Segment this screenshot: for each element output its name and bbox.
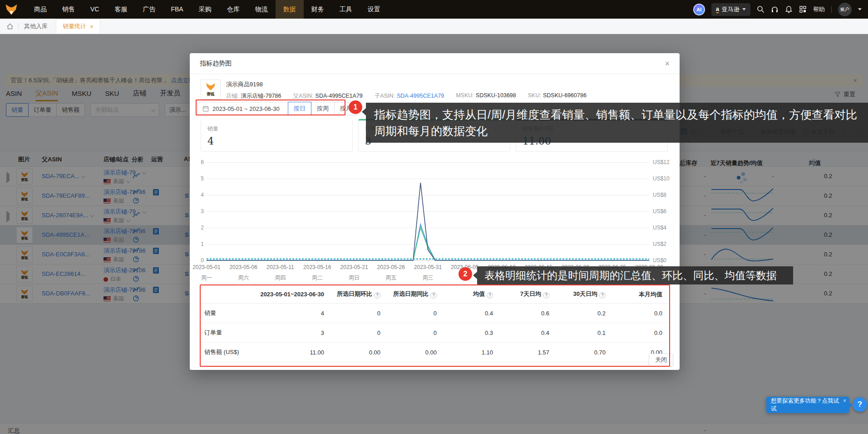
nav-item-purchase[interactable]: 采购 <box>191 0 219 19</box>
detail-row-sales-volume: 销量 4 0 0 0.4 0.6 0.2 0.0 <box>201 304 669 323</box>
nav-item-logistics[interactable]: 物流 <box>247 0 276 19</box>
x-axis-weekday-label: 周六 <box>230 274 257 282</box>
ai-assistant-button[interactable]: AI <box>693 4 705 15</box>
screen: 商品 销售 VC 客服 广告 FBA 采购 仓库 物流 数据 财务 工具 设置 … <box>0 0 868 434</box>
right-axis-tick: US$8 <box>653 192 666 198</box>
granularity-week-button[interactable]: 按周 <box>311 102 335 115</box>
series-订单量 <box>207 228 649 260</box>
close-button[interactable]: 关闭 <box>649 354 673 366</box>
left-axis-tick: 1 <box>192 241 204 247</box>
tab-sales-statistics[interactable]: 销量统计 × <box>56 19 100 34</box>
stat-card-sales-amount[interactable]: 销售额(US$) 11.00 <box>516 119 668 152</box>
stat-card-order-count[interactable]: 订单量 3 <box>358 119 510 152</box>
x-axis-weekday-label: 周五 <box>377 274 404 282</box>
x-axis-label: 2023-06-20 <box>556 264 595 270</box>
product-fields: 店铺:演示店铺-79786 父ASIN:SDA-4995CE1A79 子ASIN… <box>226 92 587 100</box>
amazon-icon: a <box>716 6 719 13</box>
x-axis-label: 2023-05-11 <box>261 264 300 270</box>
right-axis-tick: US$0 <box>653 257 666 264</box>
x-axis-weekday-label: 周日 <box>340 274 368 282</box>
x-axis-label: 2023-06-15 <box>519 264 558 270</box>
col-avg: 均值? <box>443 290 499 299</box>
child-asin-link[interactable]: SDA-4995CE1A79 <box>397 93 444 99</box>
left-axis-tick: 4 <box>192 192 204 198</box>
x-axis-weekday-label: 周四 <box>267 274 294 282</box>
explore-popup[interactable]: 想要探索更多功能？点我试试 × <box>766 397 849 413</box>
date-controls: 2023-05-01 ~ 2023-06-30 按日 按周 按月 <box>197 102 358 115</box>
help-fab-button[interactable]: ? <box>853 397 867 412</box>
x-axis-label: 2023-05-01 <box>187 264 226 270</box>
x-axis-label: 2023-06-10 <box>482 264 521 270</box>
marketplace-label: 亚马逊 <box>722 5 740 14</box>
x-tick-mark <box>649 260 650 262</box>
brand-fox-icon <box>5 3 18 16</box>
stat-card-sales-volume[interactable]: 销量 4 <box>201 119 353 152</box>
workspace-tabbar: 其他入库 销量统计 × <box>0 19 868 34</box>
x-axis-label: 2023-06-30 <box>630 264 669 270</box>
nav-item-ads[interactable]: 广告 <box>135 0 163 19</box>
x-axis-label: 2023-06-25 <box>593 264 632 270</box>
help-icon[interactable]: ? <box>599 292 606 299</box>
nav-item-service[interactable]: 客服 <box>107 0 135 19</box>
right-axis-tick: US$4 <box>653 224 666 231</box>
date-range-input[interactable]: 2023-05-01 ~ 2023-06-30 <box>197 102 288 115</box>
modal-header: 指标趋势图 × <box>190 53 680 74</box>
nav-item-products[interactable]: 商品 <box>26 0 54 19</box>
left-axis-tick: 6 <box>192 159 204 165</box>
headset-icon[interactable] <box>771 5 779 13</box>
search-icon[interactable] <box>757 5 764 13</box>
stat-cards: 销量 4 订单量 3 销售额(US$) 11.00 <box>201 119 668 152</box>
help-link[interactable]: 帮助 <box>813 5 825 14</box>
bell-icon[interactable] <box>785 5 793 13</box>
account-avatar[interactable]: 账户 <box>838 3 852 16</box>
date-range-value: 2023-05-01 ~ 2023-06-30 <box>212 105 280 112</box>
x-axis-label: 2023-05-31 <box>409 264 448 270</box>
help-icon[interactable]: ? <box>543 292 549 299</box>
nav-item-tools[interactable]: 工具 <box>332 0 360 19</box>
col-yoy: 所选日期同比? <box>387 290 443 299</box>
modal-title: 指标趋势图 <box>200 60 232 68</box>
apps-grid-icon[interactable] <box>799 5 807 13</box>
nav-item-fba[interactable]: FBA <box>163 0 191 19</box>
help-icon[interactable]: ? <box>374 292 380 299</box>
stat-value: 4 <box>207 135 346 147</box>
granularity-month-button[interactable]: 按月 <box>334 102 358 115</box>
detail-table: 2023-05-01~2023-06-30 所选日期环比? 所选日期同比? 均值… <box>201 285 669 366</box>
tab-other-inbound[interactable]: 其他入库 <box>24 22 48 30</box>
nav-item-vc[interactable]: VC <box>83 0 107 19</box>
stat-value: 3 <box>365 135 503 147</box>
product-name: 演示商品9198 <box>226 80 587 89</box>
nav-item-settings[interactable]: 设置 <box>360 0 388 19</box>
calendar-icon <box>202 105 209 112</box>
close-icon[interactable]: × <box>665 60 670 68</box>
x-axis-label: 2023-06-05 <box>445 264 484 270</box>
help-icon[interactable]: ? <box>487 292 493 299</box>
nav-item-warehouse[interactable]: 仓库 <box>219 0 247 19</box>
granularity-day-button[interactable]: 按日 <box>288 102 311 115</box>
trend-line-chart: 0US$01US$22US$43US$64US$85US$106US$12202… <box>207 162 649 260</box>
explore-popup-text: 想要探索更多功能？点我试试 <box>771 397 844 413</box>
detail-row-sales-amount: 销售额 (US$) 11.00 0.00 0.00 1.10 1.57 0.70… <box>201 343 669 362</box>
nav-item-finance[interactable]: 财务 <box>304 0 332 19</box>
chevron-down-icon[interactable] <box>858 8 862 10</box>
chart-series-svg <box>207 162 649 260</box>
close-icon[interactable]: × <box>843 398 846 404</box>
right-axis-tick: US$2 <box>653 241 666 247</box>
right-axis-tick: US$6 <box>653 208 666 215</box>
x-axis-weekday-label: 周一 <box>193 274 220 282</box>
trend-chart-modal: 指标趋势图 × 赛狐 演示商品9198 店铺:演示店铺-79786 父ASIN:… <box>190 53 680 370</box>
product-summary: 赛狐 演示商品9198 店铺:演示店铺-79786 父ASIN:SDA-4995… <box>201 80 587 100</box>
left-axis-tick: 3 <box>192 208 204 215</box>
home-icon[interactable] <box>6 23 14 30</box>
marketplace-selector[interactable]: a 亚马逊 <box>711 3 750 16</box>
divider <box>831 6 832 13</box>
navbar-right: AI a 亚马逊 帮助 账户 <box>693 3 868 16</box>
series-销售额(US$) <box>207 183 649 260</box>
nav-item-sales[interactable]: 销售 <box>54 0 83 19</box>
x-axis-label: 2023-05-16 <box>298 264 337 270</box>
left-axis-tick: 0 <box>192 257 204 264</box>
nav-item-data[interactable]: 数据 <box>276 0 304 19</box>
chevron-down-icon <box>742 8 746 10</box>
close-icon[interactable]: × <box>90 23 94 30</box>
help-icon[interactable]: ? <box>430 292 437 299</box>
